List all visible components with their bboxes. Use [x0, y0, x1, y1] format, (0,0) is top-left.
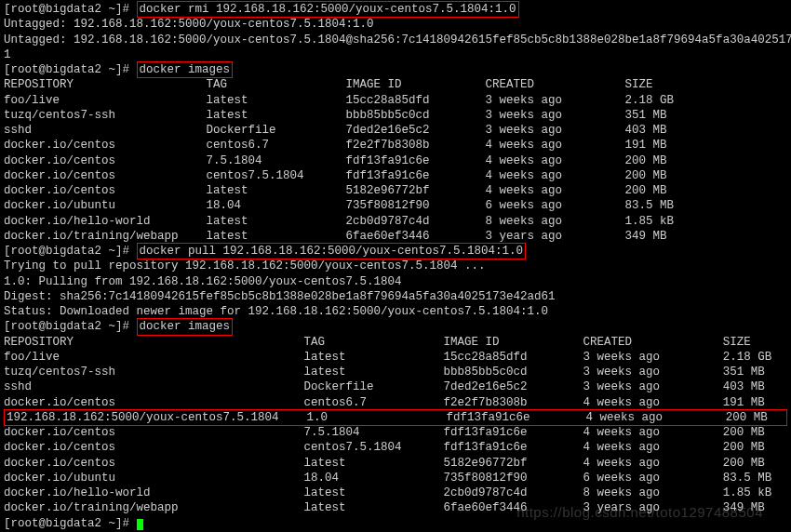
cursor	[137, 519, 143, 530]
table-row: docker.io/centos centos6.7 f2e2f7b8308b …	[4, 395, 787, 410]
table-row: foo/live latest 15cc28a85dfd 3 weeks ago…	[4, 93, 787, 108]
table-row: docker.io/centos centos6.7 f2e2f7b8308b …	[4, 138, 787, 153]
table-row: docker.io/hello-world latest 2cb0d9787c4…	[4, 214, 787, 229]
watermark: https://blog.csdn.net/toto1297488504	[516, 503, 763, 522]
prompt-line: [root@bigdata2 ~]# docker images	[4, 319, 787, 334]
terminal[interactable]: [root@bigdata2 ~]# docker rmi 192.168.18…	[0, 0, 791, 532]
table-row: docker.io/centos centos7.5.1804 fdf13fa9…	[4, 440, 787, 455]
output: Untagged: 192.168.18.162:5000/youx-cento…	[4, 17, 787, 32]
output: 1.0: Pulling from 192.168.18.162:5000/yo…	[4, 274, 787, 289]
table-row: sshd Dockerfile 7ded2e16e5c2 3 weeks ago…	[4, 123, 787, 138]
table-row: docker.io/centos centos7.5.1804 fdf13fa9…	[4, 168, 787, 183]
prompt-line: [root@bigdata2 ~]# docker pull 192.168.1…	[4, 244, 787, 259]
table-row: docker.io/centos 7.5.1804 fdf13fa91c6e 4…	[4, 425, 787, 440]
table-row: docker.io/training/webapp latest 6fae60e…	[4, 229, 787, 244]
prompt-line: [root@bigdata2 ~]# docker images	[4, 62, 787, 77]
output: Untagged: 192.168.18.162:5000/youx-cento…	[4, 33, 787, 47]
cmd-images2: docker images	[137, 318, 234, 335]
table-header: REPOSITORY TAG IMAGE ID CREATED SIZE	[4, 335, 787, 350]
output: 1	[4, 47, 787, 62]
table-row: docker.io/centos latest 5182e96772bf 4 w…	[4, 183, 787, 198]
cmd-rmi: docker rmi 192.168.18.162:5000/youx-cent…	[137, 1, 519, 18]
table-row: docker.io/centos latest 5182e96772bf 4 w…	[4, 456, 787, 471]
table-row: tuzq/centos7-ssh latest bbb85bb5c0cd 3 w…	[4, 365, 787, 379]
table-row: sshd Dockerfile 7ded2e16e5c2 3 weeks ago…	[4, 379, 787, 394]
table-row: foo/live latest 15cc28a85dfd 3 weeks ago…	[4, 350, 787, 365]
table-row: docker.io/ubuntu 18.04 735f80812f90 6 we…	[4, 198, 787, 213]
table-row: docker.io/hello-world latest 2cb0d9787c4…	[4, 485, 787, 500]
prompt-line: [root@bigdata2 ~]# docker rmi 192.168.18…	[4, 2, 787, 17]
table-row: docker.io/ubuntu 18.04 735f80812f90 6 we…	[4, 471, 787, 485]
output: Digest: sha256:7c14180942615fef85cb5c8b1…	[4, 289, 787, 304]
output: Trying to pull repository 192.168.18.162…	[4, 259, 787, 273]
output: Status: Downloaded newer image for 192.1…	[4, 304, 787, 319]
table-header: REPOSITORY TAG IMAGE ID CREATED SIZE	[4, 77, 787, 92]
cmd-images: docker images	[137, 61, 234, 78]
highlighted-row: 192.168.18.162:5000/youx-centos7.5.1804 …	[4, 409, 787, 426]
table-row: tuzq/centos7-ssh latest bbb85bb5c0cd 3 w…	[4, 108, 787, 123]
cmd-pull: docker pull 192.168.18.162:5000/youx-cen…	[137, 243, 527, 259]
table-row: docker.io/centos 7.5.1804 fdf13fa91c6e 4…	[4, 153, 787, 168]
